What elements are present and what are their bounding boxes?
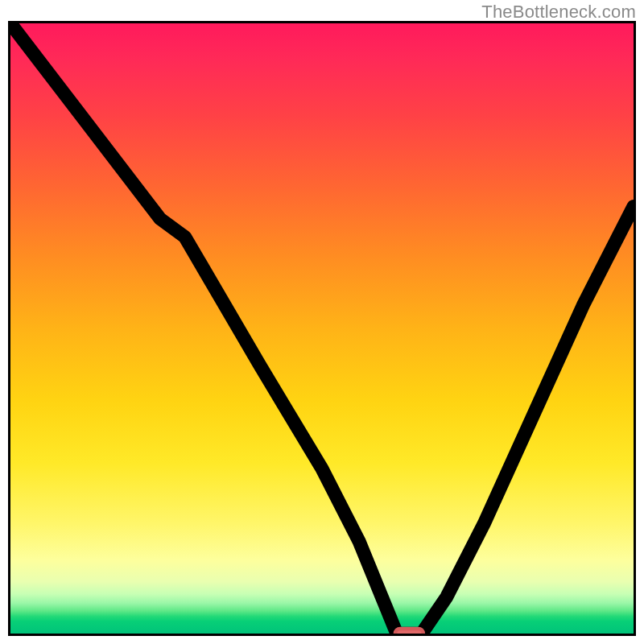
chart-border (8, 21, 636, 636)
chart-area (10, 23, 634, 634)
bottleneck-curve (10, 23, 634, 634)
optimal-marker (395, 629, 423, 634)
watermark-text: TheBottleneck.com (481, 2, 636, 23)
chart-frame: TheBottleneck.com (0, 0, 644, 644)
curve-svg (10, 23, 634, 634)
